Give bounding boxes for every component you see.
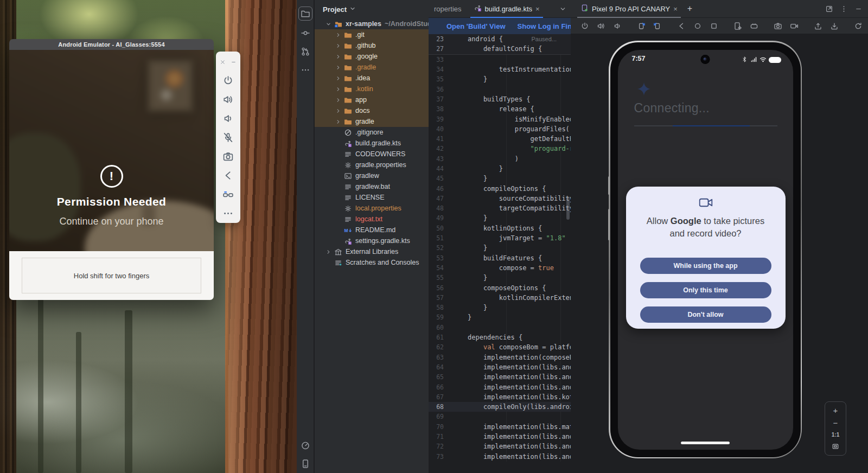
tree-item-local-properties[interactable]: local.properties [315, 203, 429, 214]
tree-item-logcat-txt[interactable]: logcat.txt [315, 214, 429, 225]
tree-item--idea[interactable]: .idea [315, 73, 429, 84]
tree-item-gradlew[interactable]: gradlew [315, 170, 429, 181]
chevron-right-icon[interactable] [333, 43, 343, 49]
open-build-view-link[interactable]: Open 'Build' View [446, 22, 506, 30]
code-line-56[interactable]: 56 composeOptions { [429, 283, 571, 292]
while-using-app-button[interactable]: While using the app [640, 258, 771, 274]
code-line-66[interactable]: 66 implementation(libs.androidx [429, 382, 571, 392]
upload-icon[interactable] [812, 22, 825, 30]
power-icon[interactable] [578, 22, 591, 30]
code-line-44[interactable]: 44 } [429, 164, 571, 174]
chevron-right-icon[interactable] [333, 97, 343, 103]
volume-up-icon[interactable] [222, 94, 234, 105]
tree-item-readme-md[interactable]: MREADME.md [315, 225, 429, 235]
code-line-55[interactable]: 55 } [429, 273, 571, 283]
overview-icon[interactable] [707, 22, 720, 30]
profiler-icon[interactable] [301, 440, 310, 450]
glasses-icon[interactable] [222, 189, 234, 200]
hidden-tabs-chevron-icon[interactable] [559, 5, 571, 12]
tree-item-scratches-and-consoles[interactable]: Scratches and Consoles [315, 257, 429, 268]
mic-off-icon[interactable] [222, 132, 234, 143]
close-tab-icon[interactable]: × [535, 5, 540, 13]
device-settings-icon[interactable] [731, 22, 744, 30]
device-explorer-icon[interactable] [301, 459, 310, 469]
code-line-40[interactable]: 40 proguardFiles( [429, 124, 571, 134]
emulator-screen[interactable]: ! Permission Needed Continue on your pho… [9, 50, 214, 251]
chevron-down-icon[interactable] [323, 21, 333, 27]
tree-item-license[interactable]: LICENSE [315, 192, 429, 203]
tree-item--gitignore[interactable]: .gitignore [315, 127, 429, 138]
phone-screen[interactable]: 7:57 Connecting... [618, 50, 793, 450]
code-line-35[interactable]: 35 } [429, 74, 571, 84]
code-line-61[interactable]: 61dependencies { [429, 333, 571, 342]
fit-to-window-icon[interactable] [832, 443, 839, 450]
more-h-icon[interactable] [301, 65, 310, 75]
code-line-69[interactable]: 69 [429, 412, 571, 421]
tree-item--git[interactable]: .git [315, 29, 429, 40]
tree-item-xr-samples[interactable]: xr-samples~/AndroidStudioProj [315, 18, 429, 29]
chevron-right-icon[interactable] [333, 119, 343, 125]
tree-item-build-gradle-kts[interactable]: Kbuild.gradle.kts [315, 138, 429, 149]
code-line-57[interactable]: 57 kotlinCompilerExtensionVers [429, 293, 571, 303]
chevron-right-icon[interactable] [333, 108, 343, 114]
code-line-59[interactable]: 59} [429, 312, 571, 322]
tree-item-gradlew-bat[interactable]: gradlew.bat [315, 181, 429, 192]
code-line-64[interactable]: 64 implementation(libs.androidx [429, 362, 571, 372]
hardware-input-icon[interactable] [748, 22, 761, 30]
home-icon[interactable] [691, 22, 704, 30]
code-line-48[interactable]: 48 targetCompatibility = Java [429, 203, 571, 213]
pull-requests-icon[interactable] [301, 47, 310, 56]
tree-item-app[interactable]: app [315, 94, 429, 105]
volume-up-icon[interactable] [595, 22, 608, 30]
chevron-right-icon[interactable] [323, 249, 333, 255]
chevron-right-icon[interactable] [333, 32, 343, 38]
more-h-icon[interactable] [222, 208, 234, 219]
tree-item--github[interactable]: .github [315, 40, 429, 51]
code-line-68[interactable]: 68 compileOnly(libs.androidx.a [429, 402, 571, 412]
code-line-36[interactable]: 36 [429, 84, 571, 94]
project-tool-button[interactable] [298, 7, 312, 21]
rotate-right-icon[interactable] [651, 22, 664, 30]
code-line-58[interactable]: 58 } [429, 303, 571, 312]
code-line-54[interactable]: 54 compose = true [429, 263, 571, 273]
tab-build-gradle-kts[interactable]: K build.gradle.kts × [468, 0, 545, 18]
volume-down-icon[interactable] [611, 22, 624, 30]
code-line-23[interactable]: 23android {Paused... [429, 34, 571, 44]
code-line-65[interactable]: 65 implementation(libs.androidx [429, 372, 571, 382]
actual-size-button[interactable]: 1:1 [832, 432, 839, 438]
emulator-title-bar[interactable]: Android Emulator - AI_Glasses:5554 [9, 39, 214, 50]
commit-icon[interactable] [301, 28, 310, 38]
tree-item-external-libraries[interactable]: External Libraries [315, 246, 429, 257]
chevron-right-icon[interactable] [333, 54, 343, 60]
chevron-down-icon[interactable] [349, 5, 356, 14]
code-line-42[interactable]: 42 "proguard-rules.pro", [429, 144, 571, 154]
close-tab-icon[interactable]: × [673, 5, 678, 13]
tree-item--kotlin[interactable]: .kotlin [315, 84, 429, 94]
open-window-icon[interactable] [825, 5, 833, 13]
code-line-52[interactable]: 52 } [429, 243, 571, 253]
code-line-46[interactable]: 46 compileOptions { [429, 183, 571, 193]
code-line-72[interactable]: 72 implementation(libs.androidx [429, 442, 571, 451]
code-line-60[interactable]: 60 [429, 323, 571, 333]
code-line-43[interactable]: 43 ) [429, 154, 571, 164]
tree-item--gradle[interactable]: .gradle [315, 62, 429, 73]
code-line-39[interactable]: 39 isMinifyEnabled = false [429, 114, 571, 124]
more-v-icon[interactable] [840, 5, 848, 13]
code-line-47[interactable]: 47 sourceCompatibility = Java [429, 194, 571, 203]
code-line-38[interactable]: 38 release { [429, 104, 571, 114]
minimize-icon[interactable] [854, 5, 863, 13]
code-line-53[interactable]: 53 buildFeatures { [429, 253, 571, 263]
tree-item-gradle[interactable]: gradle [315, 116, 429, 127]
download-icon[interactable] [828, 22, 841, 30]
dont-allow-button[interactable]: Don't allow [640, 306, 771, 323]
reset-icon[interactable] [852, 22, 865, 30]
zoom-out-button[interactable]: − [833, 419, 838, 427]
volume-down-icon[interactable] [222, 113, 234, 124]
tab-properties-partial[interactable]: roperties [429, 5, 468, 13]
tree-item-docs[interactable]: docs [315, 105, 429, 116]
editor-scrollbar[interactable] [566, 197, 570, 220]
code-line-34[interactable]: 34 testInstrumentationRunner [429, 65, 571, 74]
show-log-in-finder-link[interactable]: Show Log in Finder [518, 22, 571, 30]
code-line-49[interactable]: 49 } [429, 213, 571, 223]
code-line-27[interactable]: 27 defaultConfig { [429, 44, 571, 54]
